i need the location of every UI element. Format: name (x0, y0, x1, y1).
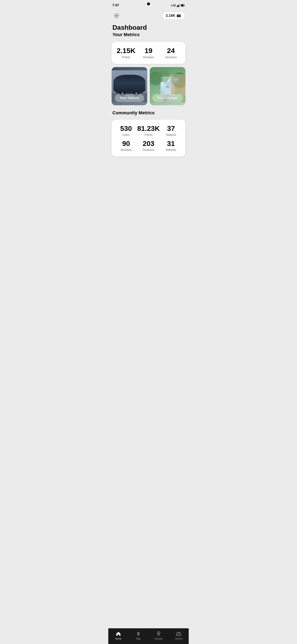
svg-rect-5 (181, 5, 183, 6)
points-value: 2.15K (115, 47, 137, 54)
svg-rect-3 (179, 4, 180, 7)
charger-card[interactable]: Your Charger (150, 67, 185, 105)
svg-point-11 (180, 16, 180, 16)
community-section: Community Metrics (108, 108, 189, 117)
community-vehicles-label: Vehicles (160, 148, 182, 152)
lte-label: LTE (171, 4, 176, 7)
svg-point-18 (122, 92, 123, 94)
camera-notch (147, 2, 150, 5)
status-icons: LTE (171, 4, 185, 7)
sessions-value: 24 (160, 47, 182, 54)
reviews-label: Reviews (137, 56, 160, 59)
community-sessions-value: 203 (137, 140, 160, 148)
points-metric: 2.15K Points (115, 47, 137, 58)
app-header: 2.15K (108, 10, 189, 21)
reviews-metric: 19 Reviews (137, 47, 160, 58)
community-reviews: 90 Reviews (115, 140, 137, 152)
svg-point-21 (135, 92, 137, 94)
community-sessions-label: Sessions (137, 148, 160, 152)
community-users: 530 Users (115, 125, 137, 136)
settings-icon (114, 13, 119, 18)
sessions-label: Sessions (160, 56, 182, 59)
my-metrics-card: 2.15K Points 19 Reviews 24 Sessions (112, 42, 185, 64)
svg-point-26 (158, 70, 170, 82)
community-points: 81.23K Points (137, 125, 160, 136)
svg-rect-6 (184, 5, 185, 6)
svg-point-7 (116, 15, 117, 16)
page-title-section: Dashboard Your Metrics (108, 21, 189, 38)
svg-rect-9 (177, 15, 181, 16)
community-points-label: Points (137, 133, 160, 136)
reviews-value: 19 (137, 47, 160, 54)
signal-icon (177, 4, 180, 7)
status-time: 7:47 (112, 4, 119, 7)
community-points-value: 81.23K (137, 125, 160, 132)
community-metrics-title: Community Metrics (112, 110, 185, 116)
community-row-1: 530 Users 81.23K Points 37 Stations (115, 125, 182, 136)
community-stations-label: Stations (160, 133, 182, 136)
community-row-2: 90 Reviews 203 Sessions 31 Vehicles (115, 140, 182, 152)
community-metrics-card: 530 Users 81.23K Points 37 Stations 90 R… (112, 120, 185, 157)
svg-rect-2 (178, 4, 179, 7)
points-label: Points (115, 56, 137, 59)
status-bar: 7:47 LTE (108, 0, 189, 10)
community-vehicles-value: 31 (160, 140, 182, 148)
points-badge[interactable]: 2.15K (163, 12, 185, 20)
community-stations-value: 37 (160, 125, 182, 132)
charger-card-label: Your Charger (152, 94, 183, 102)
bottom-spacer (108, 159, 189, 180)
svg-point-37 (167, 86, 169, 87)
svg-rect-23 (141, 88, 143, 90)
community-stations: 37 Stations (160, 125, 182, 136)
wallet-icon (177, 14, 181, 17)
svg-rect-1 (178, 5, 178, 7)
svg-rect-0 (177, 6, 177, 7)
vehicle-card-label: Your Vehicle (115, 94, 144, 102)
vehicle-card[interactable]: Your Vehicle (112, 67, 147, 105)
your-metrics-title: Your Metrics (112, 32, 185, 37)
sessions-metric: 24 Sessions (160, 47, 182, 58)
svg-rect-22 (116, 88, 118, 90)
battery-icon (181, 4, 185, 6)
image-cards-row: Your Vehicle (112, 67, 185, 105)
page-title: Dashboard (112, 24, 185, 31)
community-users-label: Users (115, 133, 137, 136)
points-badge-value: 2.15K (166, 14, 175, 18)
community-reviews-value: 90 (115, 140, 137, 148)
settings-button[interactable] (112, 12, 121, 20)
community-vehicles: 31 Vehicles (160, 140, 182, 152)
svg-rect-35 (165, 82, 171, 84)
community-reviews-label: Reviews (115, 148, 137, 152)
community-users-value: 530 (115, 125, 137, 132)
community-sessions: 203 Sessions (137, 140, 160, 152)
